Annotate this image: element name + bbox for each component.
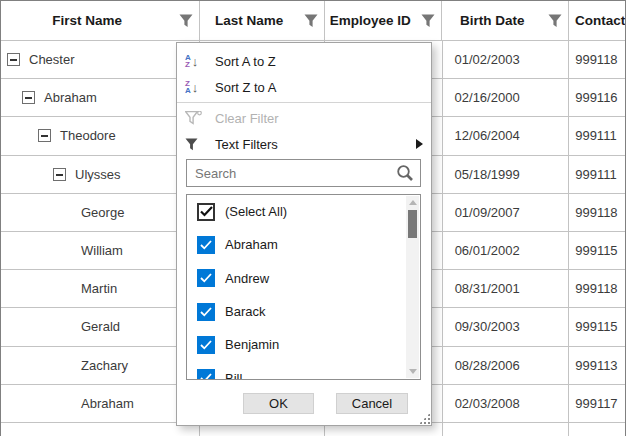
sort-a-to-z-label: Sort A to Z bbox=[215, 54, 276, 69]
filter-item-label: Barack bbox=[225, 304, 265, 319]
filter-funnel-icon[interactable] bbox=[298, 14, 324, 28]
tree-cell: Martin bbox=[1, 270, 201, 307]
filter-item-label: Bill bbox=[225, 371, 242, 380]
filter-list-item[interactable]: Abraham bbox=[187, 228, 420, 261]
birth-date-value: 02/16/2000 bbox=[443, 79, 570, 116]
collapse-minus-icon[interactable] bbox=[53, 168, 66, 181]
column-label: Employee ID bbox=[325, 13, 416, 28]
column-label: Contact bbox=[569, 13, 625, 28]
column-header-birth-date[interactable]: Birth Date bbox=[442, 1, 569, 40]
column-label: Birth Date bbox=[442, 13, 542, 28]
filter-item-label: (Select All) bbox=[225, 204, 287, 219]
column-label: First Name bbox=[1, 13, 173, 28]
sort-z-to-a-label: Sort Z to A bbox=[215, 80, 276, 95]
filter-funnel-icon[interactable] bbox=[542, 14, 568, 28]
filter-value-list: (Select All) Abraham Andrew Barack Benja… bbox=[186, 194, 421, 380]
birth-date-value: 01/09/2007 bbox=[443, 194, 570, 231]
sort-az-icon: AZ ↓ bbox=[185, 54, 215, 68]
collapse-minus-icon[interactable] bbox=[7, 53, 20, 66]
clear-filter-label: Clear Filter bbox=[215, 111, 279, 126]
tree-cell: Gerald bbox=[1, 308, 201, 345]
first-name-value: Theodore bbox=[60, 128, 116, 143]
clear-filter-icon bbox=[185, 111, 215, 125]
contact-value: 999115 bbox=[569, 232, 625, 269]
search-input[interactable] bbox=[187, 166, 390, 181]
scroll-up-icon[interactable] bbox=[409, 200, 417, 205]
tree-cell: Chester bbox=[1, 41, 200, 78]
tree-cell: William bbox=[1, 232, 201, 269]
first-name-value: Abraham bbox=[81, 396, 134, 411]
first-name-value: Ulysses bbox=[75, 167, 121, 182]
first-name-value: Abraham bbox=[44, 90, 97, 105]
scrollbar-thumb[interactable] bbox=[408, 210, 417, 238]
first-name-value: William bbox=[81, 243, 123, 258]
checkbox-checked-icon[interactable] bbox=[197, 236, 215, 254]
checkbox-checked-icon[interactable] bbox=[197, 303, 215, 321]
scroll-down-icon[interactable] bbox=[409, 369, 417, 374]
grid-header: First Name Last Name Employee ID Birth D… bbox=[1, 1, 625, 41]
tree-cell: Ulysses bbox=[1, 156, 200, 193]
birth-date-value: 08/31/2001 bbox=[443, 270, 570, 307]
text-filters-label: Text Filters bbox=[215, 137, 278, 152]
filter-list-item[interactable]: Benjamin bbox=[187, 328, 420, 361]
column-header-first-name[interactable]: First Name bbox=[1, 1, 200, 40]
birth-date-value: 12/06/2004 bbox=[443, 117, 570, 154]
column-header-contact[interactable]: Contact bbox=[569, 1, 625, 40]
birth-date-value: 06/01/2002 bbox=[443, 232, 570, 269]
text-filters-funnel-icon bbox=[185, 138, 215, 151]
birth-date-value: 01/02/2003 bbox=[443, 41, 570, 78]
filter-list-item[interactable]: Bill bbox=[187, 361, 420, 380]
checkbox-checked-icon[interactable] bbox=[197, 269, 215, 287]
sort-z-to-a-item[interactable]: ZA ↓ Sort Z to A bbox=[177, 74, 431, 100]
menu-separator bbox=[177, 102, 431, 103]
list-scrollbar[interactable] bbox=[406, 196, 419, 378]
checkbox-checked-icon[interactable] bbox=[197, 203, 215, 221]
birth-date-value: 05/18/1999 bbox=[443, 156, 570, 193]
submenu-right-arrow-icon bbox=[416, 139, 423, 149]
filter-item-label: Benjamin bbox=[225, 337, 279, 352]
filter-item-label: Abraham bbox=[225, 237, 278, 252]
text-filters-item[interactable]: Text Filters bbox=[177, 131, 431, 157]
contact-value: 999116 bbox=[569, 79, 625, 116]
contact-value: 999118 bbox=[569, 41, 625, 78]
cancel-button[interactable]: Cancel bbox=[336, 393, 408, 414]
first-name-value: Gerald bbox=[81, 319, 120, 334]
filter-funnel-icon[interactable] bbox=[173, 14, 199, 28]
birth-date-value: 09/30/2003 bbox=[443, 308, 570, 345]
filter-menu: AZ ↓ Sort A to Z ZA ↓ Sort Z to A Clear … bbox=[177, 43, 431, 157]
clear-filter-item[interactable]: Clear Filter bbox=[177, 105, 431, 131]
tree-cell: Theodore bbox=[1, 117, 200, 154]
filter-list-item[interactable]: Barack bbox=[187, 295, 420, 328]
contact-value: 999111 bbox=[569, 156, 625, 193]
column-label: Last Name bbox=[200, 13, 298, 28]
first-name-value: Chester bbox=[29, 52, 75, 67]
tree-cell: George bbox=[1, 194, 201, 231]
search-box bbox=[186, 159, 421, 187]
contact-value: 999118 bbox=[569, 270, 625, 307]
column-header-employee-id[interactable]: Employee ID bbox=[325, 1, 443, 40]
resize-grip[interactable] bbox=[419, 413, 430, 424]
sort-za-icon: ZA ↓ bbox=[185, 80, 215, 94]
contact-value: 999113 bbox=[569, 347, 625, 384]
collapse-minus-icon[interactable] bbox=[38, 129, 51, 142]
tree-cell: Abraham bbox=[1, 79, 200, 116]
tree-cell: Zachary bbox=[1, 347, 201, 384]
first-name-value: Zachary bbox=[81, 358, 128, 373]
search-icon[interactable] bbox=[390, 164, 420, 182]
popup-footer: OK Cancel bbox=[177, 393, 431, 414]
collapse-minus-icon[interactable] bbox=[22, 91, 35, 104]
checkbox-checked-icon[interactable] bbox=[197, 369, 215, 380]
contact-value: 999111 bbox=[569, 117, 625, 154]
ok-button[interactable]: OK bbox=[243, 393, 314, 414]
sort-a-to-z-item[interactable]: AZ ↓ Sort A to Z bbox=[177, 48, 431, 74]
checkbox-checked-icon[interactable] bbox=[197, 336, 215, 354]
column-header-last-name[interactable]: Last Name bbox=[200, 1, 325, 40]
first-name-value: Martin bbox=[81, 281, 117, 296]
filter-list-item-select-all[interactable]: (Select All) bbox=[187, 195, 420, 228]
contact-value: 999115 bbox=[569, 308, 625, 345]
tree-cell: Abraham bbox=[1, 385, 201, 422]
birth-date-value: 08/28/2006 bbox=[443, 347, 570, 384]
filter-funnel-icon[interactable] bbox=[415, 14, 441, 28]
filter-popup: AZ ↓ Sort A to Z ZA ↓ Sort Z to A Clear … bbox=[176, 42, 432, 426]
filter-list-item[interactable]: Andrew bbox=[187, 262, 420, 295]
